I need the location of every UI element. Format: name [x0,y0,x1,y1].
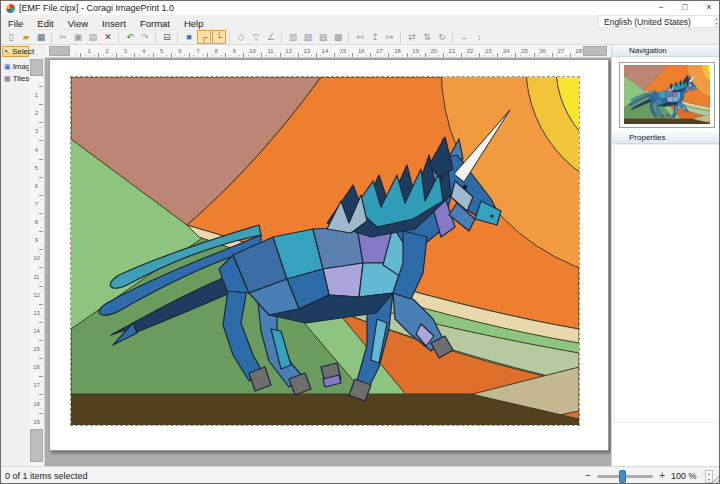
distribute-vertical-icon: ⇅ [420,30,434,44]
ruler-tick [375,55,376,56]
ruler-tick [41,335,42,336]
minimize-button[interactable]: − [649,1,673,15]
ruler-tick [41,317,42,318]
ruler-tick [41,218,42,219]
ruler-tick [41,181,42,182]
ruler-tick [41,345,42,346]
page-preview-icon[interactable]: ■ [182,30,196,44]
sidebar-item-select[interactable]: ↖Select [2,46,29,57]
menu-file[interactable]: File [1,18,30,29]
maximize-button[interactable]: □ [673,1,697,15]
resize-grip[interactable] [710,474,720,484]
print-icon[interactable]: ⊟ [160,30,174,44]
ruler-tick [121,55,122,56]
bring-to-front-icon: ▨ [316,30,330,44]
ruler-tick [212,55,213,56]
sidebar-item-label: Select [12,47,34,56]
ruler-number: 14 [322,48,329,54]
sidebar-item-image[interactable]: ▣Image [2,61,29,72]
menu-edit[interactable]: Edit [30,18,60,29]
ruler-number: 7 [29,201,44,207]
margin-top-left-icon[interactable]: ┌ [197,30,211,44]
ruler-tick [41,308,42,309]
ruler-tick [407,53,408,57]
menu-help[interactable]: Help [177,18,211,29]
ruler-tick [429,55,430,56]
ruler-tick [39,358,43,359]
ruler-tick [171,53,172,57]
properties-panel [613,144,720,423]
ruler-margin-block [583,46,607,56]
ruler-tick [461,53,462,57]
language-selector[interactable]: English (United States) ▴▾ [598,15,720,28]
language-stepper-icon[interactable]: ▴▾ [714,16,719,27]
close-button[interactable]: × [697,1,720,15]
ruler-number: 18 [394,48,401,54]
menu-format[interactable]: Format [133,18,177,29]
delete-icon[interactable]: ✕ [101,30,115,44]
ruler-tick [193,55,194,56]
ruler-tick [39,340,43,341]
bring-forward-icon: ▥ [286,30,300,44]
tiles-icon: ▦ [4,75,11,83]
ruler-tick [497,53,498,57]
ruler-number: 16 [29,364,44,370]
tool-sidebar: ↖Select▣Image▦Tiles [1,45,29,466]
document-page[interactable] [49,59,609,451]
ruler-tick [248,55,249,56]
zoom-slider-thumb[interactable] [619,470,626,483]
open-folder-icon[interactable]: ▰ [19,30,33,44]
ruler-number: 13 [29,310,44,316]
fill-tool-icon: ▽ [249,30,263,44]
app-window: [EMF File.cipx] - Coragi ImagePrint 1.0 … [0,0,720,484]
send-backward-icon: ▧ [301,30,315,44]
margin-bottom-left-icon[interactable]: └ [212,30,226,44]
toolbar-separator [118,32,119,43]
align-right-icon: ↦ [383,30,397,44]
ruler-margin-block [30,429,43,462]
ruler-tick [41,118,42,119]
document-canvas[interactable] [45,58,611,466]
ruler-tick [41,209,42,210]
ruler-tick [320,55,321,56]
ruler-tick [41,163,42,164]
ruler-number: 3 [124,48,127,54]
ruler-tick [574,55,575,56]
zoom-slider[interactable] [597,475,653,478]
toolbar-separator [452,32,453,43]
ruler-tick [239,55,240,56]
ruler-tick [39,376,43,377]
selection-status: 0 of 1 items selected [5,471,88,481]
zoom-out-button[interactable]: − [585,467,591,484]
navigation-thumbnail[interactable] [619,62,715,128]
ruler-tick [39,177,43,178]
image-icon: ▣ [4,63,11,71]
ruler-tick [352,53,353,57]
new-document-icon[interactable]: ▯ [4,30,18,44]
ruler-tick [41,272,42,273]
emf-image-object[interactable] [71,77,579,425]
ruler-number: 10 [249,48,256,54]
undo-icon[interactable]: ↶ [123,30,137,44]
ruler-tick [153,53,154,57]
menu-view[interactable]: View [61,18,95,29]
ruler-tick [41,417,42,418]
ruler-tick [134,53,135,57]
ruler-tick [402,55,403,56]
ruler-tick [565,55,566,56]
fit-height-icon: ↕ [472,30,486,44]
ruler-tick [388,53,389,57]
ruler-number: 8 [214,48,217,54]
save-icon[interactable]: ▦ [34,30,48,44]
ruler-tick [41,199,42,200]
zoom-in-button[interactable]: + [659,467,665,484]
ruler-tick [41,245,42,246]
menu-insert[interactable]: Insert [95,18,133,29]
ruler-tick [41,136,42,137]
ruler-tick [41,372,42,373]
sidebar-item-tiles[interactable]: ▦Tiles [2,73,29,84]
ruler-tick [39,104,43,105]
ruler-tick [39,413,43,414]
ruler-tick [570,53,571,57]
ruler-margin-block [30,59,43,76]
